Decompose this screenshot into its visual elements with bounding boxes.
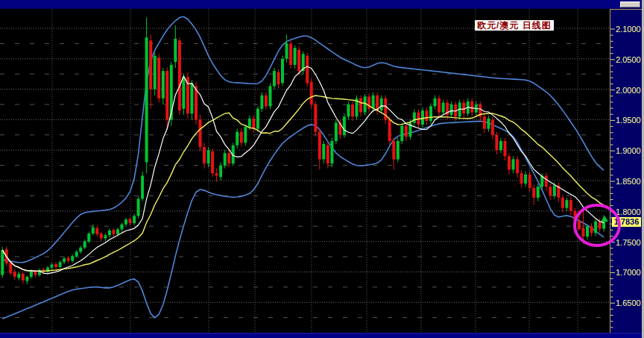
- candle: [54, 264, 57, 267]
- candle: [219, 166, 222, 178]
- candle: [545, 176, 548, 187]
- candle: [13, 272, 16, 277]
- candle: [397, 141, 400, 160]
- candle: [429, 106, 432, 121]
- candle: [520, 173, 523, 184]
- candle: [578, 221, 581, 229]
- candle: [30, 272, 33, 277]
- axis-price-label: 1.9000: [616, 146, 643, 155]
- candle: [112, 230, 115, 234]
- axis-price-label: 1.7000: [616, 268, 643, 277]
- candle: [95, 228, 98, 234]
- candle: [586, 226, 589, 237]
- candle: [516, 159, 519, 173]
- candle: [532, 188, 535, 198]
- axis-price-label: 1.6500: [616, 298, 643, 307]
- up-arrow-icon: [601, 216, 608, 222]
- axis-price-label: 2.0000: [616, 86, 643, 95]
- bottom-bar: [0, 333, 642, 338]
- candle: [508, 156, 511, 169]
- candle: [252, 119, 255, 129]
- candle: [178, 40, 181, 110]
- titlebar-corner-button[interactable]: [620, 1, 640, 7]
- candle: [405, 126, 408, 137]
- candle: [260, 96, 263, 109]
- candle: [215, 173, 218, 175]
- candle: [227, 153, 230, 163]
- candle: [495, 135, 498, 150]
- candle: [351, 104, 354, 116]
- candle: [174, 39, 177, 62]
- candle: [121, 225, 124, 230]
- candle: [434, 98, 437, 107]
- candle: [318, 132, 321, 160]
- candle: [462, 103, 465, 114]
- candle: [1, 250, 4, 275]
- candle: [565, 200, 568, 208]
- candle: [149, 40, 152, 89]
- axis-price-label: 1.9500: [616, 116, 643, 125]
- candle: [438, 98, 441, 113]
- candle: [207, 150, 210, 163]
- candle: [413, 113, 416, 123]
- candle: [129, 219, 132, 223]
- candle: [141, 176, 144, 199]
- candle: [87, 234, 90, 242]
- candle: [512, 159, 515, 169]
- candle: [483, 116, 486, 128]
- candle: [273, 71, 276, 86]
- candle: [569, 200, 572, 211]
- candle: [236, 132, 239, 145]
- candlestick-chart[interactable]: [0, 9, 610, 333]
- candle: [265, 96, 268, 107]
- candle: [137, 199, 140, 216]
- candle: [400, 126, 403, 141]
- moving-average-lines: [2, 66, 604, 274]
- candle: [574, 211, 577, 221]
- axis-price-label: 1.8000: [616, 207, 643, 216]
- candle: [330, 141, 333, 163]
- candle: [294, 48, 297, 65]
- candle: [590, 226, 593, 233]
- candle: [67, 258, 70, 261]
- candle: [108, 231, 111, 236]
- candle: [100, 234, 103, 239]
- candle: [157, 57, 160, 98]
- candles-group: [1, 17, 605, 284]
- ma-fast-line: [2, 66, 604, 274]
- axis-price-label: 1.8500: [616, 177, 643, 186]
- candle: [211, 151, 214, 173]
- candle: [549, 187, 552, 195]
- candle: [116, 229, 119, 234]
- axis-price-label: 1.7500: [616, 238, 643, 247]
- candle: [306, 56, 309, 84]
- candle: [17, 274, 20, 278]
- candle: [281, 59, 284, 84]
- candle: [553, 186, 556, 196]
- candle: [244, 127, 247, 143]
- candle: [285, 43, 288, 58]
- candle: [248, 119, 251, 127]
- candle: [392, 141, 395, 160]
- candle: [92, 228, 95, 234]
- candle: [450, 104, 453, 115]
- candle: [203, 147, 206, 163]
- candle: [380, 98, 383, 110]
- candle: [487, 119, 490, 129]
- candle: [124, 219, 127, 225]
- candle: [594, 222, 597, 234]
- candle: [504, 141, 507, 156]
- candle: [22, 274, 25, 281]
- last-bar-marker-icon: [601, 216, 608, 222]
- candle: [537, 187, 540, 198]
- candle: [335, 123, 338, 142]
- candle: [63, 258, 66, 262]
- candle: [388, 119, 391, 141]
- candle: [528, 175, 531, 188]
- title-bar: [0, 0, 644, 9]
- candle: [442, 103, 445, 113]
- price-axis[interactable]: 2.10002.05002.00001.95001.90001.85001.80…: [610, 9, 642, 333]
- candle: [359, 98, 362, 113]
- axis-price-label: 2.0500: [616, 55, 643, 64]
- current-price-tag: 1.7836: [612, 217, 641, 227]
